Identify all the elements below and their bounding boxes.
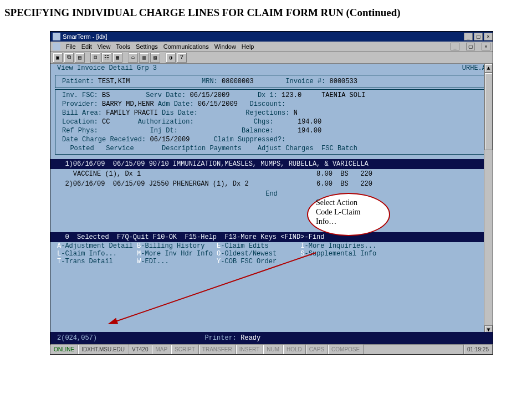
end-label: End [265, 191, 278, 197]
window-titlebar: SmarTerm - [idx] _ ▢ × [50, 32, 493, 42]
action-t-label[interactable]: -Trans Detail [61, 258, 113, 265]
discount-label: Discount: [249, 101, 285, 108]
scroll-thumb[interactable] [484, 73, 493, 150]
charge-line-1-row1[interactable]: 1)06/16/09 06/15/09 90710 IMMUNIZATION,M… [50, 159, 493, 169]
fk-header: 0 Selected F7Q-Quit F10-OK F15-Help F13-… [50, 232, 493, 242]
patient-label: Patient: [62, 78, 94, 85]
toolbar-button-10[interactable]: ◑ [166, 53, 176, 63]
toolbar-button-8[interactable]: ▥ [139, 53, 149, 63]
location-value: CC [102, 119, 110, 125]
screenshot-frame: SmarTerm - [idx] _ ▢ × File Edit View To… [50, 31, 493, 355]
dx1-desc: TAENIA SOLI [321, 92, 365, 99]
toolbar-button-3[interactable]: ▤ [75, 53, 85, 63]
scroll-up-arrow-icon[interactable]: ▲ [484, 64, 493, 73]
patient-block: Patient: TEST,KIM MRN: 08000003 Invoice … [55, 75, 488, 88]
menu-help[interactable]: Help [242, 43, 254, 50]
action-y-label[interactable]: -COB FSC Order [221, 258, 277, 265]
authorization-label: Authorization: [138, 119, 194, 125]
callout-line1: Select Action [316, 198, 381, 208]
injdt-label: Inj Dt: [150, 127, 177, 134]
toolbar-button-6[interactable]: ▦ [112, 53, 122, 63]
toolbar-button-4[interactable]: ⧈ [90, 53, 100, 63]
action-b-label[interactable]: -Billing History [141, 242, 204, 250]
menubar: File Edit View Tools Settings Communicat… [50, 42, 493, 52]
action-e-label[interactable]: -Claim Edits [221, 242, 268, 250]
charge-line-2-row1[interactable]: 2)06/16/09 06/15/09 J2550 PHENERGAN (1),… [50, 179, 493, 189]
status-host: IDXHT.MSU.EDU [78, 345, 129, 354]
toolbar-help-button[interactable]: ? [177, 53, 187, 63]
app-icon [53, 33, 60, 40]
patient-value: TEST,KIM [98, 78, 130, 85]
invoice-label: Invoice #: [285, 78, 325, 85]
toolbar-button-9[interactable]: ▧ [150, 53, 160, 63]
chgs-label: Chgs: [254, 119, 274, 125]
balance-value: 194.00 [298, 127, 321, 134]
detail-block: Inv. FSC: BS Serv Date: 06/15/2009 Dx 1:… [55, 89, 488, 155]
toolbar-button-2[interactable]: ⧉ [64, 53, 74, 63]
menu-communications[interactable]: Communications [163, 43, 209, 50]
action-i-key[interactable]: I [300, 242, 304, 250]
status-termtype: VT420 [129, 345, 152, 354]
window-controls: _ ▢ × [463, 33, 493, 40]
vertical-scrollbar[interactable]: ▲ ▼ [484, 64, 493, 334]
action-row-3: T-Trans Detail W-EDI... Y-COB FSC Order [50, 258, 493, 265]
action-row-1: A-Adjustment Detail B-Billing History E-… [50, 242, 493, 250]
provider-label: Provider: [62, 101, 98, 108]
doc-icon [53, 43, 60, 50]
servdate-label: Serv Date: [146, 92, 186, 99]
dx1-value: 123.0 [282, 92, 301, 99]
status-script: SCRIPT [171, 345, 199, 354]
status-hold: HOLD [283, 345, 306, 354]
action-w-label[interactable]: -EDI... [141, 258, 168, 265]
invoice-value: 8000533 [330, 78, 357, 85]
refphys-label: Ref Phys: [62, 127, 98, 134]
menu-edit[interactable]: Edit [81, 43, 92, 50]
action-s-key[interactable]: S [300, 250, 304, 258]
minimize-button[interactable]: _ [464, 33, 473, 40]
status-num: NUM [263, 345, 283, 354]
chgs-value: 194.00 [298, 119, 321, 125]
menu-settings[interactable]: Settings [136, 43, 158, 50]
status-transfer: TRANSFER [199, 345, 236, 354]
action-a-label[interactable]: -Adjustment Detail [61, 242, 133, 250]
callout-line3: Info… [316, 217, 381, 227]
page-title: SPECIFYING INDIVIDUAL CHARGE LINES FOR C… [0, 0, 532, 21]
rejections-label: Rejections: [245, 110, 289, 116]
toolbar-button-1[interactable]: ▣ [53, 53, 63, 63]
printer-label: Printer: [204, 334, 241, 342]
toolbar: ▣ ⧉ ▤ ⧈ ☷ ▦ ⌂ ▥ ▧ ◑ ? [50, 52, 493, 64]
inner-maximize-button[interactable]: ▢ [466, 43, 475, 50]
datecharge-label: Date Charge Received: [62, 136, 146, 143]
billarea-value: FAMILY PRACTI [106, 110, 158, 116]
status-caps: CAPS [306, 345, 328, 354]
toolbar-button-5[interactable]: ☷ [101, 53, 111, 63]
admdate-value: 06/15/2009 [198, 101, 238, 108]
action-l-label[interactable]: -Claim Info... [61, 250, 117, 258]
billarea-label: Bill Area: [62, 110, 102, 116]
menu-view[interactable]: View [98, 43, 111, 50]
terminal-header: View Invoice Detail Grp 3 URHE.A [50, 64, 493, 74]
inner-minimize-button[interactable]: _ [451, 43, 459, 50]
action-m-label[interactable]: -More Inv Hdr Info [141, 250, 213, 258]
servdate-value: 06/15/2009 [190, 92, 229, 99]
action-o-label[interactable]: -Oldest/Newest [221, 250, 277, 258]
action-i-label[interactable]: -More Inquiries... [305, 242, 377, 250]
action-s-label[interactable]: -Supplemental Info [305, 250, 377, 258]
status-map: MAP [152, 345, 172, 354]
close-button[interactable]: × [484, 33, 493, 40]
menu-window[interactable]: Window [214, 43, 236, 50]
charge-line-1-row2[interactable]: VACCINE (1), Dx 1 8.00 BS 220 [50, 169, 493, 179]
maximize-button[interactable]: ▢ [474, 33, 483, 40]
toolbar-button-7[interactable]: ⌂ [128, 53, 138, 63]
menu-tools[interactable]: Tools [116, 43, 130, 50]
menu-file[interactable]: File [66, 43, 76, 50]
status-clock: 01:19:25 [464, 345, 493, 354]
terminal-area: View Invoice Detail Grp 3 URHE.A Patient… [50, 64, 493, 344]
admdate-label: Adm Date: [158, 101, 194, 108]
disdate-label: Dis Date: [162, 110, 198, 116]
status-compose: COMPOSE [328, 345, 364, 354]
balance-label: Balance: [242, 127, 274, 134]
printer-ready: Ready [241, 334, 260, 342]
terminal-status-row: 2(024,057) Printer: Ready [50, 332, 493, 344]
inner-close-button[interactable]: × [482, 43, 490, 50]
